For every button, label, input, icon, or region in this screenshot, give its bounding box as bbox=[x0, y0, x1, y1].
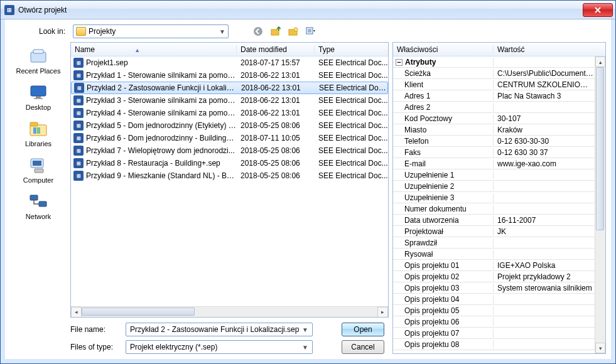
close-icon bbox=[594, 6, 602, 14]
open-button[interactable]: Open bbox=[342, 323, 384, 336]
file-row[interactable]: ⊞Projekt1.sep2018-07-17 15:57SEE Electri… bbox=[71, 56, 388, 69]
place-recent[interactable]: Recent Places bbox=[16, 46, 61, 75]
property-row[interactable]: ProjektowałJK bbox=[393, 226, 595, 237]
properties-header: Właściwości Wartość bbox=[393, 43, 605, 56]
property-row[interactable]: Telefon0-12 630-30-30 bbox=[393, 136, 595, 147]
file-row[interactable]: ⊞Przykład 7 - Wielopiętrowy dom jednorod… bbox=[71, 144, 388, 157]
file-type: SEE Electrical Doc... bbox=[315, 121, 388, 130]
file-date: 2018-05-25 08:06 bbox=[237, 159, 315, 168]
file-type: SEE Electrical Doc... bbox=[315, 71, 388, 80]
file-row[interactable]: ⊞Przykład 3 - Sterowanie silnikami za po… bbox=[71, 94, 388, 107]
scroll-right-icon[interactable]: ▸ bbox=[377, 307, 388, 318]
vertical-scrollbar[interactable]: ▴ ▾ bbox=[595, 56, 605, 353]
file-row[interactable]: ⊞Przykład 8 - Restauracja - Building+.se… bbox=[71, 157, 388, 169]
vscroll-thumb[interactable] bbox=[596, 67, 604, 230]
property-key: Miasto bbox=[393, 126, 494, 134]
property-row[interactable]: KlientCENTRUM SZKOLENIOWE IG... bbox=[393, 79, 595, 90]
property-row[interactable]: ŚcieżkaC:\Users\Public\Documents\I... bbox=[393, 68, 595, 79]
lookin-label: Look in: bbox=[10, 27, 69, 36]
scroll-up-icon[interactable]: ▴ bbox=[595, 56, 605, 67]
place-computer[interactable]: Computer bbox=[23, 155, 53, 184]
col-header-name[interactable]: Name ▲ bbox=[71, 45, 237, 54]
scroll-down-icon[interactable]: ▾ bbox=[595, 343, 605, 353]
file-row[interactable]: ⊞Przykład 1 - Sterowanie silnikami za po… bbox=[71, 69, 388, 82]
lookin-combo[interactable]: Projekty ▼ bbox=[73, 24, 229, 38]
property-row[interactable]: Opis projektu 07 bbox=[393, 328, 595, 339]
up-one-level-button[interactable] bbox=[269, 24, 283, 38]
svg-rect-1 bbox=[271, 29, 279, 35]
property-row[interactable]: Faks0-12 630 30 37 bbox=[393, 147, 595, 158]
property-row[interactable]: Numer dokumentu bbox=[393, 203, 595, 215]
file-row[interactable]: ⊞Przykład 9 - Mieszkanie (Standard NL) -… bbox=[71, 169, 388, 182]
property-key: Opis projektu 02 bbox=[393, 272, 494, 281]
property-row[interactable]: Uzupełnienie 2 bbox=[393, 181, 595, 192]
property-value: 0-12 630 30 37 bbox=[494, 148, 595, 157]
hscroll-track[interactable] bbox=[82, 307, 377, 318]
vscroll-track[interactable] bbox=[595, 67, 605, 343]
svg-rect-18 bbox=[33, 161, 41, 166]
file-row[interactable]: ⊞Przykład 2 - Zastosowanie Funkcji i Lok… bbox=[71, 82, 388, 94]
chevron-down-icon: ▼ bbox=[300, 344, 308, 351]
new-folder-button[interactable] bbox=[286, 24, 300, 38]
cancel-button[interactable]: Cancel bbox=[342, 340, 384, 354]
new-folder-icon bbox=[288, 26, 298, 36]
property-row[interactable]: MiastoKraków bbox=[393, 124, 595, 136]
network-icon bbox=[28, 191, 48, 211]
hscroll-thumb[interactable] bbox=[82, 308, 195, 316]
property-row[interactable]: Adres 1Plac Na Stawach 3 bbox=[393, 90, 595, 102]
property-key: Opis projektu 04 bbox=[393, 295, 494, 304]
svg-rect-12 bbox=[34, 98, 43, 99]
property-key: Opis projektu 01 bbox=[393, 261, 494, 270]
prop-header-value[interactable]: Wartość bbox=[494, 45, 605, 54]
property-row[interactable]: Opis projektu 06 bbox=[393, 316, 595, 328]
property-row[interactable]: Kod Pocztowy30-107 bbox=[393, 113, 595, 124]
filename-input[interactable]: Przykład 2 - Zastosowanie Funkcji i Loka… bbox=[126, 323, 313, 336]
close-button[interactable] bbox=[583, 3, 613, 17]
place-libraries[interactable]: Libraries bbox=[25, 119, 51, 147]
file-row[interactable]: ⊞Przykład 4 - Sterowanie silnikami za po… bbox=[71, 107, 388, 119]
view-menu-button[interactable] bbox=[304, 24, 318, 38]
file-name: Przykład 5 - Dom jednorodzinny (Etykiety… bbox=[86, 121, 237, 130]
property-row[interactable]: Data utworzenia16-11-2007 bbox=[393, 215, 595, 226]
file-row[interactable]: ⊞Przykład 6 - Dom jednorodzinny - Buildi… bbox=[71, 132, 388, 144]
scroll-left-icon[interactable]: ◂ bbox=[71, 307, 82, 318]
horizontal-scrollbar[interactable]: ◂ ▸ bbox=[71, 306, 388, 317]
property-row[interactable]: Opis projektu 05 bbox=[393, 305, 595, 316]
property-row[interactable]: Sprawdził bbox=[393, 237, 595, 249]
property-row[interactable]: Uzupełnienie 1 bbox=[393, 169, 595, 181]
property-value: www.ige-xao.com bbox=[494, 159, 595, 168]
property-key: Kod Pocztowy bbox=[393, 114, 494, 123]
place-network[interactable]: Network bbox=[26, 191, 51, 220]
property-row[interactable]: Opis projektu 02Projekt przykładowy 2 bbox=[393, 271, 595, 282]
property-row[interactable]: Adres 2 bbox=[393, 102, 595, 113]
svg-rect-21 bbox=[39, 201, 46, 206]
place-label: Network bbox=[26, 213, 51, 220]
dialog-body: Look in: Projekty ▼ bbox=[1, 19, 615, 363]
col-header-date[interactable]: Date modified bbox=[237, 45, 315, 54]
property-row[interactable]: Uzupełnienie 3 bbox=[393, 192, 595, 203]
project-file-icon: ⊞ bbox=[73, 120, 84, 131]
place-desktop[interactable]: Desktop bbox=[26, 82, 51, 111]
property-row[interactable]: E-mailwww.ige-xao.com bbox=[393, 158, 595, 169]
recent-places-icon bbox=[28, 46, 48, 66]
file-type: SEE Electrical Doc... bbox=[315, 134, 388, 142]
collapse-icon[interactable]: − bbox=[396, 59, 403, 66]
property-group[interactable]: −Atrybuty bbox=[393, 56, 595, 68]
property-row[interactable]: Opis projektu 08 bbox=[393, 339, 595, 350]
file-row[interactable]: ⊞Przykład 5 - Dom jednorodzinny (Etykiet… bbox=[71, 119, 388, 132]
file-list-rows: ⊞Projekt1.sep2018-07-17 15:57SEE Electri… bbox=[71, 56, 388, 306]
libraries-icon bbox=[28, 119, 48, 139]
open-project-dialog: ⊞ Otwórz projekt Look in: Projekty ▼ bbox=[0, 0, 616, 364]
chevron-down-icon: ▼ bbox=[217, 28, 225, 35]
svg-point-3 bbox=[294, 28, 298, 31]
back-button[interactable] bbox=[251, 24, 265, 38]
prop-header-name[interactable]: Właściwości bbox=[393, 45, 494, 54]
svg-rect-11 bbox=[36, 96, 41, 98]
property-row[interactable]: Opis projektu 03System sterowania silnik… bbox=[393, 282, 595, 294]
property-row[interactable]: Rysował bbox=[393, 249, 595, 260]
file-type: SEE Electrical Doc... bbox=[315, 159, 388, 168]
property-row[interactable]: Opis projektu 01IGE+XAO Polska bbox=[393, 260, 595, 271]
col-header-type[interactable]: Type bbox=[315, 45, 388, 54]
property-row[interactable]: Opis projektu 04 bbox=[393, 294, 595, 305]
filetype-select[interactable]: Projekt elektryczny (*.sep) ▼ bbox=[126, 340, 313, 354]
